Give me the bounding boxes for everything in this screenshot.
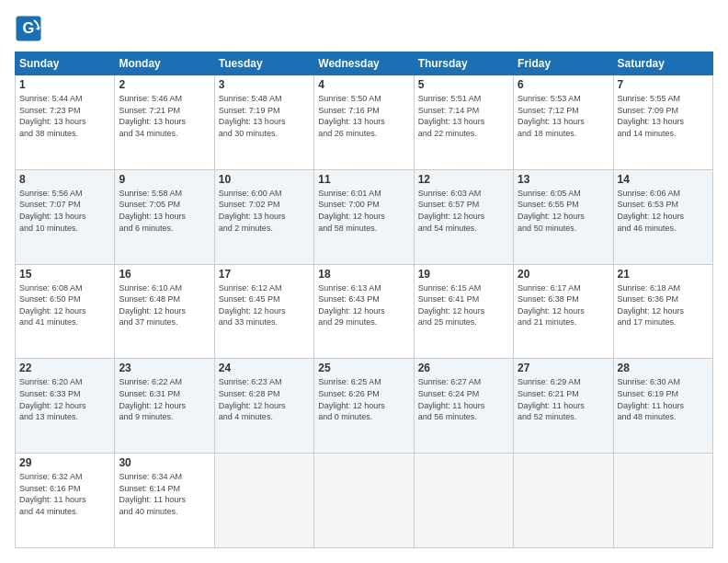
day-number: 23	[119, 362, 210, 374]
calendar-cell: 18Sunrise: 6:13 AMSunset: 6:43 PMDayligh…	[314, 264, 414, 359]
day-info: Sunrise: 6:05 AMSunset: 6:55 PMDaylight:…	[518, 188, 609, 234]
calendar-cell	[514, 454, 613, 548]
calendar-cell: 12Sunrise: 6:03 AMSunset: 6:57 PMDayligh…	[414, 169, 513, 264]
calendar-cell: 4Sunrise: 5:50 AMSunset: 7:16 PMDaylight…	[314, 75, 414, 170]
day-info: Sunrise: 6:23 AMSunset: 6:28 PMDaylight:…	[219, 376, 310, 422]
day-number: 26	[418, 362, 509, 374]
day-number: 21	[618, 268, 709, 281]
day-info: Sunrise: 6:06 AMSunset: 6:53 PMDaylight:…	[618, 188, 709, 234]
day-info: Sunrise: 5:53 AMSunset: 7:12 PMDaylight:…	[518, 93, 609, 139]
calendar-cell	[613, 454, 712, 548]
day-number: 8	[19, 173, 110, 186]
calendar-page: G SundayMondayTuesdayWednesdayThursdayFr…	[0, 0, 728, 563]
calendar-cell: 23Sunrise: 6:22 AMSunset: 6:31 PMDayligh…	[115, 359, 214, 454]
day-number: 17	[219, 268, 310, 281]
day-number: 22	[19, 362, 110, 374]
calendar-cell: 13Sunrise: 6:05 AMSunset: 6:55 PMDayligh…	[514, 169, 613, 264]
day-info: Sunrise: 5:55 AMSunset: 7:09 PMDaylight:…	[618, 93, 709, 139]
column-header-sunday: Sunday	[16, 52, 115, 75]
calendar-cell: 7Sunrise: 5:55 AMSunset: 7:09 PMDaylight…	[613, 75, 712, 170]
day-number: 25	[318, 362, 409, 374]
calendar-cell: 28Sunrise: 6:30 AMSunset: 6:19 PMDayligh…	[613, 359, 712, 454]
day-info: Sunrise: 6:08 AMSunset: 6:50 PMDaylight:…	[19, 282, 110, 328]
day-number: 6	[518, 78, 609, 91]
calendar-cell: 6Sunrise: 5:53 AMSunset: 7:12 PMDaylight…	[514, 75, 613, 170]
calendar-cell: 15Sunrise: 6:08 AMSunset: 6:50 PMDayligh…	[16, 264, 115, 359]
day-info: Sunrise: 6:10 AMSunset: 6:48 PMDaylight:…	[119, 282, 210, 328]
day-info: Sunrise: 5:44 AMSunset: 7:23 PMDaylight:…	[19, 93, 110, 139]
column-header-friday: Friday	[514, 52, 613, 75]
day-info: Sunrise: 5:51 AMSunset: 7:14 PMDaylight:…	[418, 93, 509, 139]
day-info: Sunrise: 5:48 AMSunset: 7:19 PMDaylight:…	[219, 93, 310, 139]
calendar-table: SundayMondayTuesdayWednesdayThursdayFrid…	[15, 52, 713, 548]
calendar-cell: 16Sunrise: 6:10 AMSunset: 6:48 PMDayligh…	[115, 264, 214, 359]
column-header-tuesday: Tuesday	[214, 52, 313, 75]
calendar-cell: 19Sunrise: 6:15 AMSunset: 6:41 PMDayligh…	[414, 264, 513, 359]
calendar-week-row: 29Sunrise: 6:32 AMSunset: 6:16 PMDayligh…	[16, 454, 713, 548]
day-number: 27	[518, 362, 609, 374]
day-number: 16	[119, 268, 210, 281]
day-info: Sunrise: 6:20 AMSunset: 6:33 PMDaylight:…	[19, 376, 110, 422]
day-info: Sunrise: 6:03 AMSunset: 6:57 PMDaylight:…	[418, 188, 509, 234]
calendar-cell	[414, 454, 513, 548]
calendar-cell	[214, 454, 313, 548]
calendar-cell: 11Sunrise: 6:01 AMSunset: 7:00 PMDayligh…	[314, 169, 414, 264]
day-number: 10	[219, 173, 310, 186]
day-info: Sunrise: 6:18 AMSunset: 6:36 PMDaylight:…	[618, 282, 709, 328]
svg-text:G: G	[23, 19, 35, 36]
calendar-week-row: 22Sunrise: 6:20 AMSunset: 6:33 PMDayligh…	[16, 359, 713, 454]
calendar-cell: 26Sunrise: 6:27 AMSunset: 6:24 PMDayligh…	[414, 359, 513, 454]
calendar-cell: 3Sunrise: 5:48 AMSunset: 7:19 PMDaylight…	[214, 75, 313, 170]
day-number: 3	[219, 78, 310, 91]
calendar-cell: 17Sunrise: 6:12 AMSunset: 6:45 PMDayligh…	[214, 264, 313, 359]
calendar-cell: 24Sunrise: 6:23 AMSunset: 6:28 PMDayligh…	[214, 359, 313, 454]
day-number: 29	[19, 456, 110, 469]
day-number: 19	[418, 268, 509, 281]
calendar-cell: 2Sunrise: 5:46 AMSunset: 7:21 PMDaylight…	[115, 75, 214, 170]
column-header-monday: Monday	[115, 52, 214, 75]
day-number: 1	[19, 78, 110, 91]
day-info: Sunrise: 5:46 AMSunset: 7:21 PMDaylight:…	[119, 93, 210, 139]
day-info: Sunrise: 6:34 AMSunset: 6:14 PMDaylight:…	[119, 471, 210, 517]
day-number: 24	[219, 362, 310, 374]
calendar-cell: 25Sunrise: 6:25 AMSunset: 6:26 PMDayligh…	[314, 359, 414, 454]
day-info: Sunrise: 6:01 AMSunset: 7:00 PMDaylight:…	[318, 188, 409, 234]
day-info: Sunrise: 6:32 AMSunset: 6:16 PMDaylight:…	[19, 471, 110, 517]
calendar-cell: 1Sunrise: 5:44 AMSunset: 7:23 PMDaylight…	[16, 75, 115, 170]
calendar-body: 1Sunrise: 5:44 AMSunset: 7:23 PMDaylight…	[16, 75, 713, 548]
logo-icon: G	[15, 15, 42, 42]
day-info: Sunrise: 6:15 AMSunset: 6:41 PMDaylight:…	[418, 282, 509, 328]
header: G	[15, 15, 713, 42]
calendar-cell: 22Sunrise: 6:20 AMSunset: 6:33 PMDayligh…	[16, 359, 115, 454]
calendar-cell: 30Sunrise: 6:34 AMSunset: 6:14 PMDayligh…	[115, 454, 214, 548]
column-header-wednesday: Wednesday	[314, 52, 414, 75]
column-header-saturday: Saturday	[613, 52, 712, 75]
day-number: 15	[19, 268, 110, 281]
day-info: Sunrise: 6:30 AMSunset: 6:19 PMDaylight:…	[618, 376, 709, 422]
day-number: 13	[518, 173, 609, 186]
day-info: Sunrise: 6:00 AMSunset: 7:02 PMDaylight:…	[219, 188, 310, 234]
column-header-thursday: Thursday	[414, 52, 513, 75]
day-info: Sunrise: 6:12 AMSunset: 6:45 PMDaylight:…	[219, 282, 310, 328]
day-info: Sunrise: 6:25 AMSunset: 6:26 PMDaylight:…	[318, 376, 409, 422]
day-info: Sunrise: 6:13 AMSunset: 6:43 PMDaylight:…	[318, 282, 409, 328]
day-info: Sunrise: 5:50 AMSunset: 7:16 PMDaylight:…	[318, 93, 409, 139]
day-number: 28	[618, 362, 709, 374]
day-number: 4	[318, 78, 409, 91]
calendar-cell: 27Sunrise: 6:29 AMSunset: 6:21 PMDayligh…	[514, 359, 613, 454]
day-number: 7	[618, 78, 709, 91]
calendar-cell: 9Sunrise: 5:58 AMSunset: 7:05 PMDaylight…	[115, 169, 214, 264]
logo: G	[15, 15, 46, 42]
day-info: Sunrise: 6:22 AMSunset: 6:31 PMDaylight:…	[119, 376, 210, 422]
calendar-cell: 29Sunrise: 6:32 AMSunset: 6:16 PMDayligh…	[16, 454, 115, 548]
day-number: 2	[119, 78, 210, 91]
day-number: 20	[518, 268, 609, 281]
day-info: Sunrise: 6:27 AMSunset: 6:24 PMDaylight:…	[418, 376, 509, 422]
day-number: 5	[418, 78, 509, 91]
calendar-cell	[314, 454, 414, 548]
calendar-cell: 14Sunrise: 6:06 AMSunset: 6:53 PMDayligh…	[613, 169, 712, 264]
calendar-cell: 8Sunrise: 5:56 AMSunset: 7:07 PMDaylight…	[16, 169, 115, 264]
day-number: 12	[418, 173, 509, 186]
day-number: 9	[119, 173, 210, 186]
calendar-header-row: SundayMondayTuesdayWednesdayThursdayFrid…	[16, 52, 713, 75]
